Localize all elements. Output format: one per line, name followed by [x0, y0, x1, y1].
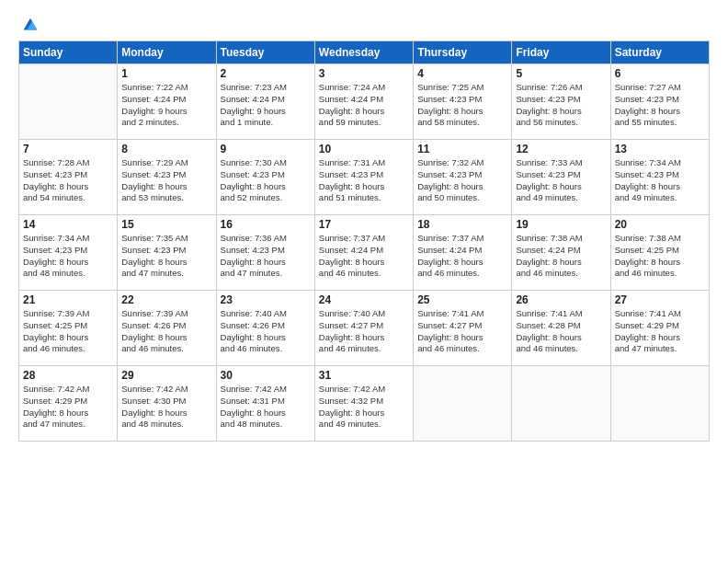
calendar-cell: 10Sunrise: 7:31 AMSunset: 4:23 PMDayligh… [314, 140, 413, 215]
day-number: 26 [516, 293, 606, 306]
day-number: 20 [615, 218, 705, 231]
calendar-table: SundayMondayTuesdayWednesdayThursdayFrid… [18, 40, 710, 442]
day-info: Sunrise: 7:34 AMSunset: 4:23 PMDaylight:… [23, 233, 113, 280]
calendar-cell: 21Sunrise: 7:39 AMSunset: 4:25 PMDayligh… [19, 291, 118, 366]
calendar-cell: 30Sunrise: 7:42 AMSunset: 4:31 PMDayligh… [216, 366, 314, 442]
day-info: Sunrise: 7:41 AMSunset: 4:29 PMDaylight:… [615, 308, 705, 355]
page: SundayMondayTuesdayWednesdayThursdayFrid… [0, 0, 728, 563]
day-number: 11 [417, 143, 507, 155]
calendar-week-0: 1Sunrise: 7:22 AMSunset: 4:24 PMDaylight… [19, 64, 710, 140]
day-number: 21 [23, 293, 113, 306]
day-number: 12 [516, 143, 606, 155]
calendar-cell: 19Sunrise: 7:38 AMSunset: 4:24 PMDayligh… [512, 215, 610, 291]
day-info: Sunrise: 7:33 AMSunset: 4:23 PMDaylight:… [516, 157, 606, 204]
calendar-cell [512, 366, 610, 442]
day-info: Sunrise: 7:30 AMSunset: 4:23 PMDaylight:… [221, 157, 311, 204]
day-number: 31 [319, 369, 409, 382]
calendar-cell [610, 366, 709, 442]
calendar-header-sunday: Sunday [19, 41, 118, 64]
calendar-cell: 16Sunrise: 7:36 AMSunset: 4:23 PMDayligh… [216, 215, 314, 291]
calendar-week-4: 28Sunrise: 7:42 AMSunset: 4:29 PMDayligh… [19, 366, 710, 442]
day-info: Sunrise: 7:38 AMSunset: 4:25 PMDaylight:… [615, 233, 705, 280]
day-info: Sunrise: 7:32 AMSunset: 4:23 PMDaylight:… [417, 157, 507, 204]
calendar-cell: 12Sunrise: 7:33 AMSunset: 4:23 PMDayligh… [512, 140, 610, 215]
day-info: Sunrise: 7:42 AMSunset: 4:31 PMDaylight:… [221, 384, 311, 431]
day-number: 2 [221, 67, 311, 80]
day-number: 1 [121, 67, 211, 80]
day-number: 4 [417, 67, 507, 80]
day-info: Sunrise: 7:34 AMSunset: 4:23 PMDaylight:… [615, 157, 705, 204]
calendar-cell: 13Sunrise: 7:34 AMSunset: 4:23 PMDayligh… [610, 140, 709, 215]
day-number: 8 [121, 143, 211, 155]
day-number: 17 [319, 218, 409, 231]
calendar-cell: 11Sunrise: 7:32 AMSunset: 4:23 PMDayligh… [414, 140, 512, 215]
calendar-cell: 4Sunrise: 7:25 AMSunset: 4:23 PMDaylight… [414, 64, 512, 140]
calendar-cell: 1Sunrise: 7:22 AMSunset: 4:24 PMDaylight… [118, 64, 216, 140]
day-info: Sunrise: 7:41 AMSunset: 4:28 PMDaylight:… [516, 308, 606, 355]
day-number: 3 [319, 67, 409, 80]
day-info: Sunrise: 7:42 AMSunset: 4:30 PMDaylight:… [121, 384, 211, 431]
logo [18, 15, 40, 31]
day-number: 14 [23, 218, 113, 231]
day-number: 6 [615, 67, 705, 80]
day-info: Sunrise: 7:28 AMSunset: 4:23 PMDaylight:… [23, 157, 113, 204]
day-number: 29 [121, 369, 211, 382]
day-number: 24 [319, 293, 409, 306]
day-info: Sunrise: 7:41 AMSunset: 4:27 PMDaylight:… [417, 308, 507, 355]
calendar-cell: 29Sunrise: 7:42 AMSunset: 4:30 PMDayligh… [118, 366, 216, 442]
day-info: Sunrise: 7:26 AMSunset: 4:23 PMDaylight:… [516, 82, 606, 129]
day-number: 27 [615, 293, 705, 306]
calendar-header-thursday: Thursday [414, 41, 512, 64]
day-info: Sunrise: 7:40 AMSunset: 4:27 PMDaylight:… [319, 308, 409, 355]
calendar-cell: 9Sunrise: 7:30 AMSunset: 4:23 PMDaylight… [216, 140, 314, 215]
day-info: Sunrise: 7:39 AMSunset: 4:26 PMDaylight:… [121, 308, 211, 355]
day-number: 9 [221, 143, 311, 155]
day-info: Sunrise: 7:35 AMSunset: 4:23 PMDaylight:… [121, 233, 211, 280]
calendar-cell: 18Sunrise: 7:37 AMSunset: 4:24 PMDayligh… [414, 215, 512, 291]
calendar-cell: 31Sunrise: 7:42 AMSunset: 4:32 PMDayligh… [314, 366, 413, 442]
day-info: Sunrise: 7:31 AMSunset: 4:23 PMDaylight:… [319, 157, 409, 204]
calendar-week-1: 7Sunrise: 7:28 AMSunset: 4:23 PMDaylight… [19, 140, 710, 215]
day-info: Sunrise: 7:39 AMSunset: 4:25 PMDaylight:… [23, 308, 113, 355]
day-number: 10 [319, 143, 409, 155]
calendar-header-monday: Monday [118, 41, 216, 64]
calendar-cell: 6Sunrise: 7:27 AMSunset: 4:23 PMDaylight… [610, 64, 709, 140]
day-info: Sunrise: 7:42 AMSunset: 4:32 PMDaylight:… [319, 384, 409, 431]
calendar-header-row: SundayMondayTuesdayWednesdayThursdayFrid… [19, 41, 710, 64]
day-number: 18 [417, 218, 507, 231]
calendar-cell: 23Sunrise: 7:40 AMSunset: 4:26 PMDayligh… [216, 291, 314, 366]
day-info: Sunrise: 7:40 AMSunset: 4:26 PMDaylight:… [221, 308, 311, 355]
logo-icon [20, 15, 40, 35]
calendar-cell: 2Sunrise: 7:23 AMSunset: 4:24 PMDaylight… [216, 64, 314, 140]
day-number: 19 [516, 218, 606, 231]
calendar-cell [414, 366, 512, 442]
day-info: Sunrise: 7:24 AMSunset: 4:24 PMDaylight:… [319, 82, 409, 129]
day-info: Sunrise: 7:25 AMSunset: 4:23 PMDaylight:… [417, 82, 507, 129]
calendar-cell: 26Sunrise: 7:41 AMSunset: 4:28 PMDayligh… [512, 291, 610, 366]
calendar-cell: 25Sunrise: 7:41 AMSunset: 4:27 PMDayligh… [414, 291, 512, 366]
header [18, 15, 710, 31]
calendar-cell: 5Sunrise: 7:26 AMSunset: 4:23 PMDaylight… [512, 64, 610, 140]
calendar-header-friday: Friday [512, 41, 610, 64]
calendar-header-tuesday: Tuesday [216, 41, 314, 64]
day-number: 15 [121, 218, 211, 231]
calendar-cell: 15Sunrise: 7:35 AMSunset: 4:23 PMDayligh… [118, 215, 216, 291]
day-info: Sunrise: 7:38 AMSunset: 4:24 PMDaylight:… [516, 233, 606, 280]
calendar-cell: 20Sunrise: 7:38 AMSunset: 4:25 PMDayligh… [610, 215, 709, 291]
day-info: Sunrise: 7:27 AMSunset: 4:23 PMDaylight:… [615, 82, 705, 129]
day-info: Sunrise: 7:22 AMSunset: 4:24 PMDaylight:… [121, 82, 211, 129]
day-info: Sunrise: 7:42 AMSunset: 4:29 PMDaylight:… [23, 384, 113, 431]
day-info: Sunrise: 7:23 AMSunset: 4:24 PMDaylight:… [221, 82, 311, 129]
day-number: 16 [221, 218, 311, 231]
day-number: 25 [417, 293, 507, 306]
day-number: 7 [23, 143, 113, 155]
calendar-cell: 3Sunrise: 7:24 AMSunset: 4:24 PMDaylight… [314, 64, 413, 140]
calendar-cell [19, 64, 118, 140]
day-number: 28 [23, 369, 113, 382]
day-info: Sunrise: 7:36 AMSunset: 4:23 PMDaylight:… [221, 233, 311, 280]
day-number: 13 [615, 143, 705, 155]
calendar-header-wednesday: Wednesday [314, 41, 413, 64]
day-info: Sunrise: 7:37 AMSunset: 4:24 PMDaylight:… [417, 233, 507, 280]
calendar-cell: 28Sunrise: 7:42 AMSunset: 4:29 PMDayligh… [19, 366, 118, 442]
calendar-cell: 24Sunrise: 7:40 AMSunset: 4:27 PMDayligh… [314, 291, 413, 366]
